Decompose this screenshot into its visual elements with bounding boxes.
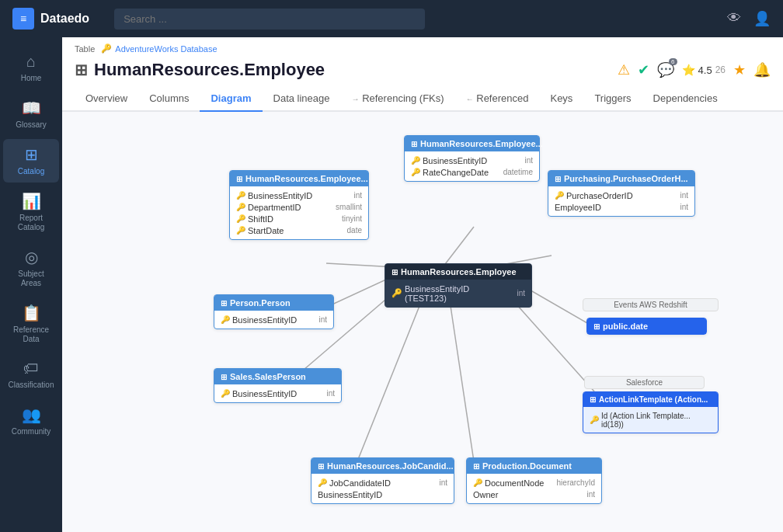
erd-card-sales-person[interactable]: ⊞ Sales.SalesPerson 🔑BusinessEntityID in…: [214, 368, 342, 403]
erd-card-employee-pay[interactable]: ⊞ HumanResources.Employee... 🔑BusinessEn…: [404, 135, 540, 182]
page-title: ⊞ HumanResources.Employee: [75, 60, 325, 80]
bell-icon[interactable]: 🔔: [753, 61, 771, 78]
rating-count: 26: [715, 64, 726, 75]
tab-diagram[interactable]: Diagram: [200, 86, 262, 112]
erd-field: 🔑BusinessEntityID (TEST123) int: [392, 283, 525, 304]
erd-card-action-link[interactable]: ⊞ ActionLinkTemplate (Action... 🔑Id (Act…: [583, 391, 719, 433]
warning-icon[interactable]: ⚠: [618, 61, 630, 78]
comment-icon[interactable]: 💬6: [657, 61, 674, 78]
erd-card-public-date-title: public.date: [603, 322, 648, 331]
erd-field: 🔑BusinessEntityID int: [236, 190, 362, 201]
logo-icon: ≡: [12, 8, 34, 30]
erd-card-employee-dept[interactable]: ⊞ HumanResources.Employee... 🔑BusinessEn…: [229, 170, 369, 240]
sidebar: ⌂ Home 📖 Glossary ⊞ Catalog 📊 Report Cat…: [0, 37, 62, 532]
erd-card-public-date-header: ⊞ public.date: [587, 318, 706, 334]
erd-card-production-doc[interactable]: ⊞ Production.Document 🔑DocumentNode hier…: [466, 457, 602, 504]
sidebar-item-classification[interactable]: 🏷 Classification: [3, 353, 59, 396]
glossary-icon: 📖: [22, 99, 41, 117]
sidebar-item-home-label: Home: [21, 74, 42, 83]
tab-overview[interactable]: Overview: [75, 86, 138, 112]
sidebar-item-report-catalog[interactable]: 📊 Report Catalog: [3, 186, 59, 238]
erd-card-employee-dept-body: 🔑BusinessEntityID int 🔑DepartmentID smal…: [230, 186, 368, 239]
sidebar-item-subject-areas[interactable]: ◎ Subject Areas: [3, 242, 59, 294]
svg-line-8: [451, 306, 474, 461]
sidebar-item-community[interactable]: 👥 Community: [3, 399, 59, 443]
tab-triggers[interactable]: Triggers: [583, 86, 642, 112]
erd-field: Owner int: [473, 489, 595, 500]
check-icon[interactable]: ✔: [638, 61, 649, 78]
erd-card-person-body: 🔑BusinessEntityID int: [214, 311, 333, 329]
cloud-badge-salesforce: Salesforce: [584, 376, 705, 389]
sidebar-item-catalog-label: Catalog: [18, 167, 44, 176]
erd-card-employee-pay-body: 🔑BusinessEntityID int 🔑RateChangeDate da…: [405, 151, 539, 181]
breadcrumb-icon: 🔑: [101, 43, 112, 54]
erd-card-purchase-order-body: 🔑PurchaseOrderID int EmployeeID int: [548, 186, 694, 216]
sidebar-item-home[interactable]: ⌂ Home: [3, 47, 59, 89]
erd-card-person[interactable]: ⊞ Person.Person 🔑BusinessEntityID int: [214, 294, 334, 329]
erd-field: 🔑ShiftID tinyint: [236, 213, 362, 224]
star-icon: ⭐: [682, 64, 695, 76]
erd-card-person-title: Person.Person: [230, 298, 291, 308]
erd-field: 🔑JobCandidateID int: [318, 477, 447, 489]
erd-card-sales-person-title: Sales.SalesPerson: [230, 372, 306, 381]
sidebar-item-report-catalog-label: Report Catalog: [8, 214, 54, 232]
breadcrumb-parent-label: AdventureWorks Database: [115, 44, 217, 54]
erd-card-central-body: 🔑BusinessEntityID (TEST123) int: [385, 280, 531, 307]
search-input[interactable]: [114, 9, 425, 30]
svg-line-0: [443, 227, 474, 267]
erd-card-action-link-body: 🔑Id (Action Link Template... id(18)): [583, 407, 718, 433]
erd-field: 🔑Id (Action Link Template... id(18)): [590, 410, 712, 429]
page-header: ⊞ HumanResources.Employee ⚠ ✔ 💬6 ⭐ 4.5 2…: [62, 57, 783, 86]
erd-card-purchase-order[interactable]: ⊞ Purchasing.PurchaseOrderH... 🔑Purchase…: [548, 170, 695, 217]
erd-card-purchase-order-title: Purchasing.PurchaseOrderH...: [564, 174, 688, 183]
erd-field: 🔑BusinessEntityID int: [221, 388, 335, 399]
tab-keys[interactable]: Keys: [539, 86, 583, 112]
erd-card-job-candidate-body: 🔑JobCandidateID int BusinessEntityID: [311, 474, 454, 503]
erd-card-person-header: ⊞ Person.Person: [214, 295, 333, 311]
sidebar-item-glossary-label: Glossary: [16, 120, 46, 130]
sidebar-item-reference-data[interactable]: 📋 Reference Data: [3, 297, 59, 350]
erd-card-public-date[interactable]: ⊞ public.date: [586, 318, 707, 335]
sidebar-item-subject-areas-label: Subject Areas: [8, 269, 54, 288]
sidebar-item-glossary[interactable]: 📖 Glossary: [3, 92, 59, 136]
community-icon: 👥: [22, 405, 41, 424]
reference-data-icon: 📋: [22, 304, 41, 322]
table-icon: ⊞: [75, 61, 88, 79]
tab-data-lineage[interactable]: Data lineage: [263, 86, 341, 112]
erd-card-employee-pay-header: ⊞ HumanResources.Employee...: [405, 136, 539, 151]
erd-field: 🔑DepartmentID smallint: [236, 201, 362, 213]
erd-card-production-doc-body: 🔑DocumentNode hierarchyId Owner int: [467, 474, 601, 503]
app-logo[interactable]: ≡ Dataedo: [12, 8, 89, 30]
bookmark-icon[interactable]: ★: [733, 61, 746, 78]
erd-field: 🔑BusinessEntityID int: [411, 155, 533, 166]
erd-card-job-candidate-header: ⊞ HumanResources.JobCandid...: [311, 458, 454, 474]
page-title-text: HumanResources.Employee: [94, 60, 325, 80]
tab-dependencies[interactable]: Dependencies: [642, 86, 729, 112]
subject-areas-icon: ◎: [25, 248, 38, 266]
diagram-area: ⊞ HumanResources.Employee... 🔑BusinessEn…: [62, 112, 783, 532]
star-rating[interactable]: ⭐ 4.5 26: [682, 64, 726, 76]
erd-field: BusinessEntityID: [318, 489, 447, 500]
eye-icon[interactable]: 👁: [727, 10, 741, 27]
tab-columns[interactable]: Columns: [138, 86, 200, 112]
erd-field: 🔑DocumentNode hierarchyId: [473, 477, 595, 489]
content-area: Table 🔑 AdventureWorks Database ⊞ HumanR…: [62, 37, 783, 532]
sidebar-item-reference-data-label: Reference Data: [8, 325, 54, 344]
user-icon[interactable]: 👤: [753, 10, 771, 27]
breadcrumb: Table 🔑 AdventureWorks Database: [62, 37, 783, 57]
rating-value: 4.5: [698, 64, 712, 76]
report-catalog-icon: 📊: [22, 192, 41, 210]
breadcrumb-parent-link[interactable]: AdventureWorks Database: [115, 44, 217, 54]
main-layout: ⌂ Home 📖 Glossary ⊞ Catalog 📊 Report Cat…: [0, 37, 783, 532]
tabs-bar: Overview Columns Diagram Data lineage → …: [62, 86, 783, 112]
tab-referencing-fks[interactable]: → Referencing (FKs): [341, 86, 455, 112]
erd-card-central[interactable]: ⊞ HumanResources.Employee 🔑BusinessEntit…: [385, 263, 532, 308]
erd-card-sales-person-body: 🔑BusinessEntityID int: [214, 384, 341, 402]
erd-card-sales-person-header: ⊞ Sales.SalesPerson: [214, 369, 341, 384]
catalog-icon: ⊞: [25, 145, 38, 164]
cloud-badge-aws-label: Events AWS Redshift: [614, 301, 687, 309]
sidebar-item-catalog[interactable]: ⊞ Catalog: [3, 139, 59, 183]
top-navigation: ≡ Dataedo 👁 👤: [0, 0, 783, 37]
tab-referenced[interactable]: ← Referenced: [455, 86, 540, 112]
erd-card-job-candidate[interactable]: ⊞ HumanResources.JobCandid... 🔑JobCandid…: [311, 457, 454, 504]
